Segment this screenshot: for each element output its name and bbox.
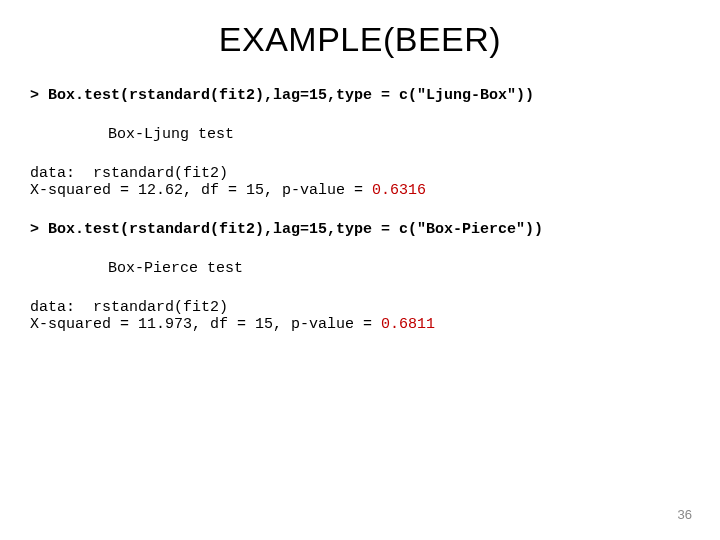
page-number: 36 bbox=[678, 507, 692, 522]
result-line-ljung: X-squared = 12.62, df = 15, p-value = 0.… bbox=[30, 182, 690, 199]
command-line-pierce: > Box.test(rstandard(fit2),lag=15,type =… bbox=[30, 221, 690, 238]
pvalue-ljung: 0.6316 bbox=[372, 182, 426, 199]
data-line-pierce: data: rstandard(fit2) bbox=[30, 299, 690, 316]
result-prefix-pierce: X-squared = 11.973, df = 15, p-value = bbox=[30, 316, 381, 333]
test-name-ljung: Box-Ljung test bbox=[30, 126, 690, 143]
result-line-pierce: X-squared = 11.973, df = 15, p-value = 0… bbox=[30, 316, 690, 333]
page-title: EXAMPLE(BEER) bbox=[30, 20, 690, 59]
test-name-pierce: Box-Pierce test bbox=[30, 260, 690, 277]
data-line-ljung: data: rstandard(fit2) bbox=[30, 165, 690, 182]
command-line-ljung: > Box.test(rstandard(fit2),lag=15,type =… bbox=[30, 87, 690, 104]
result-prefix-ljung: X-squared = 12.62, df = 15, p-value = bbox=[30, 182, 372, 199]
pvalue-pierce: 0.6811 bbox=[381, 316, 435, 333]
